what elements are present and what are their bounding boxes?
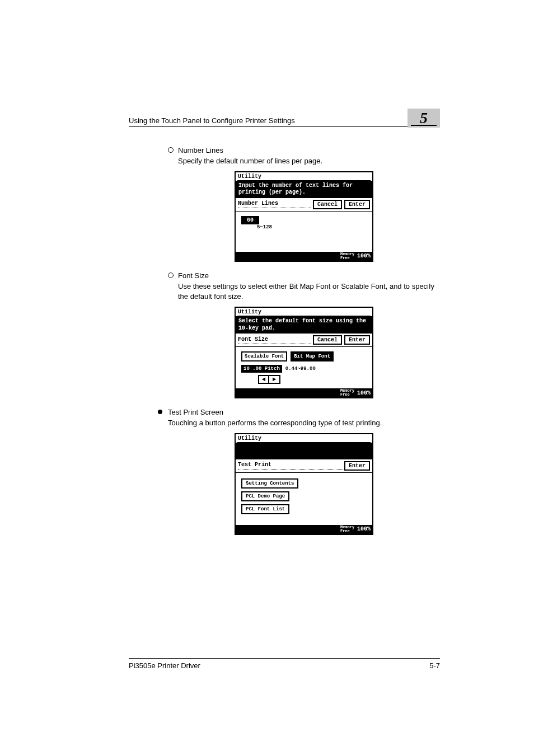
panel-footer: Memory Free 100% xyxy=(236,388,372,397)
memory-free-label: Memory Free xyxy=(340,252,354,260)
panel-body: Scalable Font Bit Map Font 10 .00 Pitch … xyxy=(236,347,372,388)
panel-sublabel-text: Test Print xyxy=(238,462,271,468)
pitch-row: 10 .00 Pitch 0.44~99.00 xyxy=(241,365,367,373)
pitch-range: 0.44~99.00 xyxy=(285,366,316,372)
hollow-bullet-icon xyxy=(168,273,174,278)
utility-panel-number-lines: Utility Input the number of text lines f… xyxy=(235,171,373,262)
panel-instruction-blank xyxy=(236,443,372,459)
pcl-font-list-button[interactable]: PCL Font List xyxy=(241,504,289,514)
number-lines-range: 5~128 xyxy=(257,224,367,230)
solid-bullet-icon xyxy=(158,410,162,414)
page: Using the Touch Panel to Configure Print… xyxy=(0,0,534,756)
item-description: Specify the default number of lines per … xyxy=(178,156,440,167)
item-heading-row: Test Print Screen xyxy=(158,407,440,418)
utility-panel-test-print: Utility Test Print Enter Setting Content… xyxy=(235,433,373,535)
header-rule xyxy=(129,126,440,127)
list-item: Test Print Screen Touching a button perf… xyxy=(158,407,440,535)
running-header: Using the Touch Panel to Configure Print… xyxy=(129,116,295,125)
panel-sublabel-text: Number Lines xyxy=(238,200,278,206)
item-description: Use these settings to select either Bit … xyxy=(178,281,440,303)
panel-container: Utility Select the default font size usi… xyxy=(168,307,440,398)
chapter-underline xyxy=(411,125,437,126)
pitch-value[interactable]: 10 .00 Pitch xyxy=(241,365,282,373)
chapter-number: 5 xyxy=(420,109,428,126)
arrow-left-button[interactable]: ◄ xyxy=(258,375,269,384)
enter-button[interactable]: Enter xyxy=(344,335,370,345)
panel-instruction: Select the default font size using the 1… xyxy=(236,316,372,334)
hollow-bullet-icon xyxy=(168,147,174,153)
dotted-underline xyxy=(238,344,311,344)
item-description: Touching a button performs the correspon… xyxy=(168,418,440,429)
setting-contents-button[interactable]: Setting Contents xyxy=(241,478,298,489)
footer-rule xyxy=(129,658,440,659)
number-lines-value[interactable]: 60 xyxy=(241,216,259,224)
panel-subheader-row: Font Size Cancel Enter xyxy=(236,334,372,347)
footer-product-name: Pi3505e Printer Driver xyxy=(129,661,200,670)
panel-footer: Memory Free 100% xyxy=(236,252,372,261)
panel-title: Utility xyxy=(236,308,372,316)
panel-footer: Memory Free 100% xyxy=(236,525,372,534)
memory-free-value: 100% xyxy=(357,253,371,259)
item-title: Font Size xyxy=(178,271,209,281)
panel-subheader-row: Number Lines Cancel Enter xyxy=(236,198,372,212)
panel-instruction: Input the number of text lines for print… xyxy=(236,181,372,198)
enter-button[interactable]: Enter xyxy=(344,461,370,471)
font-option-row: Scalable Font Bit Map Font xyxy=(241,351,367,361)
panel-sublabel: Number Lines xyxy=(238,200,311,208)
utility-panel-font-size: Utility Select the default font size usi… xyxy=(235,307,373,398)
item-title: Test Print Screen xyxy=(168,407,223,418)
pcl-demo-page-button[interactable]: PCL Demo Page xyxy=(241,491,289,501)
cancel-button[interactable]: Cancel xyxy=(313,335,342,345)
panel-sublabel: Font Size xyxy=(238,336,311,344)
panel-title: Utility xyxy=(236,434,372,442)
item-title: Number Lines xyxy=(178,145,223,156)
arrow-buttons: ◄ ► xyxy=(258,375,367,384)
arrow-right-button[interactable]: ► xyxy=(269,375,280,384)
item-heading-row: Number Lines xyxy=(168,145,440,156)
list-item: Number Lines Specify the default number … xyxy=(168,145,440,262)
chapter-number-box: 5 xyxy=(407,109,440,128)
panel-sublabel-text: Font Size xyxy=(238,336,268,342)
scalable-font-option[interactable]: Scalable Font xyxy=(241,351,287,361)
bitmap-font-option[interactable]: Bit Map Font xyxy=(291,351,334,361)
content-area: Number Lines Specify the default number … xyxy=(168,145,440,544)
panel-subheader-row: Test Print Enter xyxy=(236,459,372,473)
enter-button[interactable]: Enter xyxy=(344,200,370,209)
dotted-underline xyxy=(238,469,344,469)
memory-free-label: Memory Free xyxy=(340,389,354,397)
item-heading-row: Font Size xyxy=(168,271,440,281)
footer-page-number: 5-7 xyxy=(429,661,440,670)
list-item: Font Size Use these settings to select e… xyxy=(168,271,440,399)
panel-body: Setting Contents PCL Demo Page PCL Font … xyxy=(236,473,372,525)
panel-body: 60 5~128 xyxy=(236,212,372,252)
panel-container: Utility Input the number of text lines f… xyxy=(168,171,440,262)
panel-title: Utility xyxy=(236,172,372,180)
dotted-underline xyxy=(238,208,311,208)
panel-sublabel: Test Print xyxy=(238,462,344,469)
cancel-button[interactable]: Cancel xyxy=(313,200,342,209)
memory-free-label: Memory Free xyxy=(340,525,354,533)
memory-free-value: 100% xyxy=(357,390,371,396)
memory-free-value: 100% xyxy=(357,526,371,532)
panel-container: Utility Test Print Enter Setting Content… xyxy=(168,433,440,535)
